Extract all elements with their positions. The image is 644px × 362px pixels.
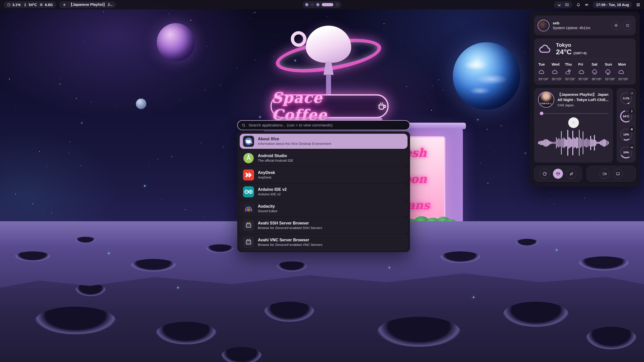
star — [538, 205, 538, 206]
star — [51, 213, 52, 213]
workspace-switcher[interactable] — [303, 1, 341, 8]
workspace-dot-1[interactable] — [305, 3, 308, 6]
star — [76, 98, 77, 99]
app-row[interactable]: Android StudioThe official Android IDE — [240, 151, 408, 166]
crater — [579, 256, 629, 270]
screen-record-button[interactable] — [599, 169, 610, 179]
display-settings-button[interactable] — [613, 169, 623, 179]
accent-star — [144, 185, 145, 187]
visualizer-bar — [546, 139, 547, 147]
star — [418, 13, 419, 14]
star — [640, 100, 641, 101]
wallpaper-icon[interactable] — [565, 3, 569, 7]
app-row[interactable]: Avahi SSH Server BrowserBrowse for Zeroc… — [240, 218, 408, 233]
app-name: About Xfce — [258, 137, 331, 142]
app-row[interactable]: About XfceInformation about the Xfce Des… — [240, 134, 408, 149]
pause-button[interactable] — [568, 117, 579, 128]
cloud-sun-icon — [565, 69, 572, 75]
star — [91, 102, 91, 103]
accent-star — [525, 153, 526, 154]
star — [207, 46, 207, 47]
star — [592, 219, 592, 219]
visualizer-bar — [572, 130, 573, 155]
weather-forecast: Tue33°/24°Wed35°/25°Thu33°/26°Fri35°/26°… — [538, 62, 631, 81]
gauge-disk: 24% — [619, 146, 633, 159]
topbar-music-widget[interactable]: 【Japanese Playlist】 J... — [59, 1, 116, 8]
tray-widget[interactable] — [554, 1, 572, 8]
visualizer-bar — [594, 135, 595, 151]
tray-app-icon[interactable] — [557, 3, 561, 7]
clock-widget[interactable]: 17:09 - Tue, 19 Aug — [593, 1, 632, 8]
app-description: The official Android IDE — [258, 159, 293, 163]
profile-power-saver-button[interactable] — [566, 169, 576, 179]
star — [69, 153, 69, 153]
sparkle — [389, 267, 390, 268]
forecast-day: Sun33°/26° — [605, 62, 618, 81]
bell-icon[interactable] — [576, 3, 581, 7]
visualizer-bar — [571, 139, 572, 147]
star — [32, 203, 33, 204]
app-description: Sound Editor — [258, 209, 277, 213]
disk-icon — [629, 145, 634, 150]
star — [205, 89, 206, 90]
app-row[interactable]: Arduino IDE v2Arduino IDE v2 — [240, 184, 408, 199]
profile-performance-button[interactable] — [540, 169, 550, 179]
star — [17, 35, 17, 35]
search-input[interactable] — [249, 123, 406, 127]
visualizer-bar — [576, 137, 577, 149]
chip-icon — [629, 127, 634, 132]
system-stats-widget[interactable]: 3.1%54°C6.8G — [4, 1, 56, 8]
forecast-day-label: Tue — [538, 62, 552, 66]
cloud-icon — [552, 69, 558, 75]
search-bar[interactable] — [237, 120, 410, 130]
visualizer-bar — [564, 138, 565, 148]
speaker-icon[interactable] — [584, 3, 589, 7]
power-button[interactable] — [623, 21, 632, 30]
workspace-dot-4-active[interactable] — [322, 3, 333, 6]
seek-handle[interactable] — [540, 112, 543, 115]
album-art[interactable]: TOKYO L — [538, 92, 554, 108]
anydesk-app-icon — [243, 169, 254, 181]
sparkle — [556, 249, 557, 251]
workspace-dot-3[interactable] — [316, 3, 319, 6]
power-profile-card — [534, 166, 582, 182]
workspace-dot-5[interactable] — [336, 3, 339, 6]
forecast-day-label: Fri — [578, 62, 592, 66]
seek-track — [539, 113, 609, 114]
forecast-temps: 33°/26° — [605, 77, 618, 81]
star — [179, 99, 179, 100]
visualizer-bar — [555, 142, 556, 144]
visualizer-bar — [588, 139, 589, 147]
visualizer-bar — [567, 130, 568, 156]
app-row[interactable]: Avahi VNC Server BrowserBrowse for Zeroc… — [240, 235, 408, 250]
workspace-dot-2[interactable] — [311, 3, 314, 6]
star — [110, 18, 110, 18]
avatar[interactable] — [538, 20, 549, 31]
app-row[interactable]: AnyDeskAnyDesk — [240, 167, 408, 183]
visualizer-bar — [590, 136, 591, 150]
thermometer-icon — [23, 3, 27, 7]
profile-balanced-button[interactable] — [553, 169, 563, 179]
app-row[interactable]: AudacitySound Editor — [240, 201, 408, 216]
visualizer-bar — [542, 141, 543, 145]
stat-value: 54°C — [29, 3, 37, 7]
settings-button[interactable] — [611, 21, 621, 30]
topbar: 3.1%54°C6.8G 【Japanese Playlist】 J... 17… — [0, 0, 644, 9]
visualizer-bar — [583, 131, 584, 154]
gauge-thermometer: 54°C — [619, 110, 633, 123]
seek-bar[interactable] — [538, 112, 609, 115]
topbar-stat-speedometer: 3.1% — [7, 3, 21, 7]
control-panel: seb System Uptime: 4h11m Tokyo 24°C (GMT… — [530, 12, 640, 187]
star — [169, 13, 169, 14]
app-grid-icon[interactable] — [636, 3, 640, 7]
weather-temp: 24°C — [556, 48, 572, 56]
small-moon — [136, 99, 146, 109]
crater — [377, 317, 460, 347]
window-neon-text: Moon — [408, 172, 445, 186]
visualizer-bar — [605, 140, 606, 146]
star — [60, 78, 60, 79]
chip-icon — [39, 3, 43, 7]
star — [579, 201, 580, 201]
star — [84, 41, 84, 42]
visualizer-bar — [598, 142, 599, 144]
